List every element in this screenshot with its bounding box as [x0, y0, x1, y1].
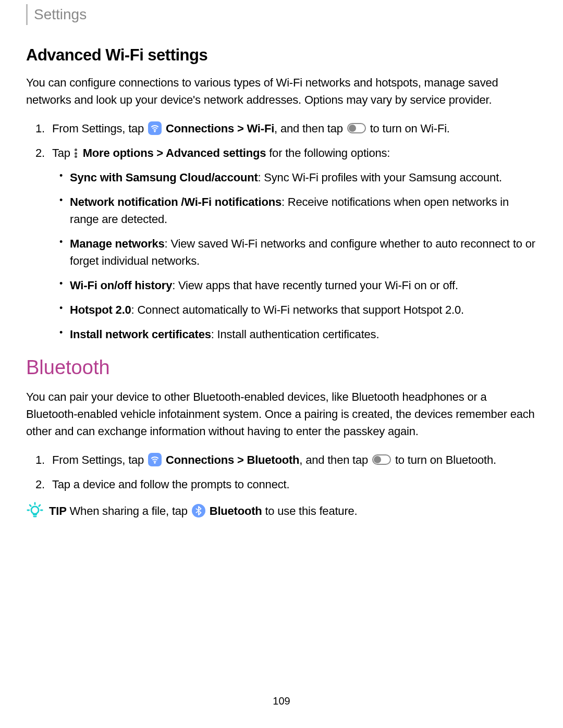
page-header: Settings: [26, 0, 537, 25]
text: Tap: [52, 146, 74, 159]
advanced-settings-label: Advanced settings: [166, 146, 266, 159]
option-title: Sync with Samsung Cloud/account: [70, 171, 258, 184]
bluetooth-icon: [192, 504, 205, 517]
bluetooth-step-1: From Settings, tap Connections > Bluetoo…: [52, 451, 537, 468]
option-desc: : Sync Wi-Fi profiles with your Samsung …: [258, 171, 502, 184]
wifi-icon: [148, 121, 162, 135]
text: >: [234, 453, 247, 466]
list-item: Install network certificates: Install au…: [70, 326, 537, 343]
bluetooth-steps-list: From Settings, tap Connections > Bluetoo…: [26, 451, 537, 493]
more-options-icon: [75, 149, 78, 158]
wifi-options-list: Sync with Samsung Cloud/account: Sync Wi…: [52, 169, 537, 343]
header-accent-bar: [26, 4, 28, 25]
text: When sharing a file, tap: [67, 504, 191, 517]
text: to turn on Bluetooth.: [392, 453, 496, 466]
text: to use this feature.: [262, 504, 358, 517]
wifi-steps-list: From Settings, tap Connections > Wi-Fi, …: [26, 120, 537, 343]
text: , and then tap: [299, 453, 371, 466]
list-item: Hotspot 2.0: Connect automatically to Wi…: [70, 301, 537, 318]
wifi-step-1: From Settings, tap Connections > Wi-Fi, …: [52, 120, 537, 137]
text: to turn on Wi-Fi.: [367, 122, 450, 135]
wifi-intro-paragraph: You can configure connections to various…: [26, 74, 537, 108]
toggle-icon: [372, 454, 391, 465]
bluetooth-label: Bluetooth: [247, 453, 300, 466]
lightbulb-icon: [26, 501, 44, 524]
connections-label: Connections: [166, 122, 234, 135]
more-options-label: More options: [83, 146, 154, 159]
list-item: Network notification /Wi-Fi notification…: [70, 193, 537, 228]
svg-line-4: [30, 505, 31, 506]
option-title: Manage networks: [70, 237, 165, 250]
bluetooth-intro-paragraph: You can pair your device to other Blueto…: [26, 388, 537, 440]
list-item: Sync with Samsung Cloud/account: Sync Wi…: [70, 169, 537, 186]
toggle-icon: [347, 123, 366, 133]
text: for the following options:: [266, 146, 390, 159]
text: >: [153, 146, 166, 159]
text: >: [234, 122, 247, 135]
option-title: Hotspot 2.0: [70, 303, 131, 316]
option-title: Install network certificates: [70, 328, 211, 341]
wifi-section-heading: Advanced Wi-Fi settings: [26, 46, 537, 65]
connections-label: Connections: [166, 453, 234, 466]
wifi-step-2: Tap More options > Advanced settings for…: [52, 144, 537, 343]
tip-row: TIP When sharing a file, tap Bluetooth t…: [26, 502, 537, 524]
header-title: Settings: [34, 6, 87, 23]
option-desc: : Connect automatically to Wi-Fi network…: [131, 303, 464, 316]
text: From Settings, tap: [52, 453, 147, 466]
list-item: Manage networks: View saved Wi-Fi networ…: [70, 235, 537, 269]
bluetooth-section-heading: Bluetooth: [26, 356, 537, 379]
wifi-label: Wi-Fi: [247, 122, 275, 135]
tip-text: TIP When sharing a file, tap Bluetooth t…: [49, 502, 357, 520]
bluetooth-step-2: Tap a device and follow the prompts to c…: [52, 476, 537, 493]
bluetooth-label: Bluetooth: [210, 504, 262, 517]
wifi-icon: [148, 453, 162, 466]
option-desc: : Install authentication certificates.: [211, 328, 380, 341]
svg-point-0: [154, 131, 155, 132]
page-number: 109: [0, 695, 563, 707]
text: From Settings, tap: [52, 122, 147, 135]
list-item: Wi-Fi on/off history: View apps that hav…: [70, 277, 537, 294]
option-title: Wi-Fi on/off history: [70, 279, 172, 292]
option-desc: : View apps that have recently turned yo…: [172, 279, 458, 292]
svg-point-1: [154, 462, 155, 463]
text: , and then tap: [274, 122, 346, 135]
option-title: Network notification /Wi-Fi notification…: [70, 195, 282, 208]
svg-line-5: [39, 505, 40, 506]
svg-point-2: [31, 507, 39, 514]
tip-label: TIP: [49, 504, 67, 517]
